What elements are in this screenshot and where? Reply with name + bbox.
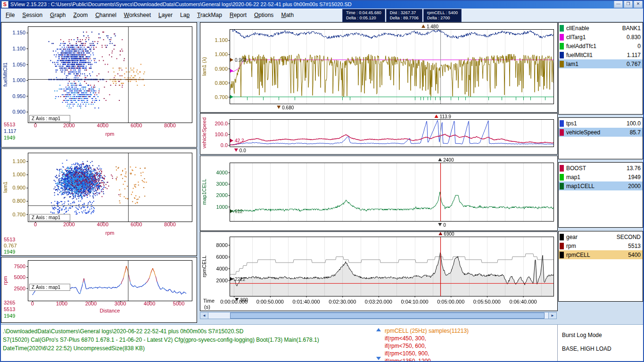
cursor-info-boxes: Time : 0:04:45.680Delta : 0:05.120Dist :… (342, 9, 462, 22)
scroll-down-icon[interactable] (376, 357, 381, 360)
channel-row-fuelMltCll1[interactable]: fuelMltCll11.117 (559, 50, 643, 59)
log-mode-info: Burst Log ModeBASE, HIGH LOAD (562, 329, 611, 356)
channel-row-gear[interactable]: gearSECOND (559, 232, 643, 241)
channel-name: fuelMltCll1 (566, 52, 627, 58)
scroll-left-button[interactable]: ◄ (200, 313, 208, 319)
channel-row-cllTarg1[interactable]: cllTarg10.830 (559, 33, 643, 41)
map-channel-panel: BOOST13.76map11949map1CELL2000 (558, 162, 643, 228)
log-mode-line-0: Burst Log Mode (562, 329, 611, 342)
channel-name: cllEnable (566, 25, 622, 32)
menu-item-graph[interactable]: Graph (46, 9, 69, 21)
channel-row-fuelAddTfc1[interactable]: fuelAddTfc10 (559, 41, 643, 50)
channel-value: 0.830 (627, 34, 641, 41)
map1cell-strip-chart[interactable] (200, 156, 556, 230)
formula-line-1: if(rpm<450, 300, (385, 335, 469, 342)
channel-row-lam1[interactable]: lam10.767 (559, 59, 643, 68)
maximize-button[interactable]: ❐ (624, 0, 633, 8)
log-info-bar: .\DownloadedData\Customers\General logs\… (0, 324, 644, 362)
channel-color-chip (560, 252, 564, 258)
channel-value: 0 (637, 43, 641, 49)
menu-item-layer[interactable]: Layer (155, 9, 176, 21)
channel-name: fuelAddTfc1 (566, 43, 637, 49)
channel-color-chip (560, 61, 564, 67)
channel-row-map1[interactable]: map11949 (559, 173, 643, 181)
formula-line-4: if(rpm<1350, 1200, (385, 357, 469, 362)
menu-item-options[interactable]: Options (250, 9, 277, 21)
channel-row-rpmCELL[interactable]: rpmCELL5400 (559, 250, 643, 259)
info-box-1: Dist : 3267.37Delta : 89.7706 (386, 9, 422, 22)
channel-row-tps1[interactable]: tps1100.0 (559, 119, 643, 128)
minimize-button[interactable]: — (614, 0, 623, 8)
channel-name: map1 (566, 174, 628, 181)
channel-name: rpmCELL (566, 252, 628, 258)
channel-color-chip (560, 165, 564, 172)
channel-value: 0.767 (627, 61, 641, 67)
channel-value: 85.7 (630, 129, 641, 136)
close-button[interactable]: ✕ (634, 0, 643, 8)
formula-line-2: if(rpm<750, 600, (385, 342, 469, 350)
window-title: SView 2.15.223 : C:\Users\Public\Documen… (10, 1, 352, 7)
scrollbar-track[interactable] (208, 313, 548, 319)
bottom-divider (557, 325, 558, 362)
channel-value: 2000 (628, 183, 641, 189)
channel-name: map1CELL (566, 183, 628, 189)
menu-item-channel[interactable]: Channel (91, 9, 120, 21)
rpmcell-strip-chart[interactable] (200, 232, 556, 310)
channel-name: rpm (566, 243, 628, 249)
lam-channel-panel: cllEnableBANK1cllTarg10.830fuelAddTfc10f… (558, 22, 643, 115)
menu-item-report[interactable]: Report (226, 9, 250, 21)
channel-color-chip (560, 183, 564, 189)
rpm-vs-distance-chart[interactable] (1, 257, 196, 321)
scroll-up-icon[interactable] (376, 328, 381, 331)
channel-row-map1CELL[interactable]: map1CELL2000 (559, 181, 643, 190)
channel-row-rpm[interactable]: rpm5513 (559, 241, 643, 250)
rpmcell-strip-panel (200, 231, 558, 311)
channel-value: 5400 (628, 252, 641, 258)
channel-name: tps1 (566, 120, 627, 127)
channel-formula-info: rpmCELL (25Hz) samples(11213)if(rpm<450,… (385, 327, 469, 362)
info-box-2: rpmCELL : 5400Delta : 2700 (423, 9, 462, 22)
menu-item-math[interactable]: Math (277, 9, 297, 21)
channel-value: 1.117 (627, 52, 641, 58)
menu-item-worksheet[interactable]: Worksheet (120, 9, 155, 21)
time-scrollbar[interactable]: ◄ ► (200, 312, 557, 319)
menu-item-lap[interactable]: Lap (176, 9, 193, 21)
channel-value: 1949 (628, 174, 641, 181)
fuelmlt-vs-rpm-chart[interactable] (1, 23, 196, 146)
vehiclespeed-strip-chart[interactable] (200, 114, 556, 153)
map1cell-strip-panel (200, 156, 558, 231)
channel-value: BANK1 (622, 25, 641, 32)
app-icon: S (1, 1, 8, 8)
vehiclespeed-strip-panel (200, 113, 558, 155)
menu-item-trackmap[interactable]: TrackMap (193, 9, 226, 21)
menu-item-zoom[interactable]: Zoom (69, 9, 91, 21)
title-bar[interactable]: S SView 2.15.223 : C:\Users\Public\Docum… (0, 0, 644, 8)
scrollbar-thumb[interactable] (230, 313, 545, 319)
channel-color-chip (560, 120, 564, 127)
channel-color-chip (560, 129, 564, 136)
speed-channel-panel: tps1100.0vehicleSpeed85.7 (558, 117, 643, 159)
channel-color-chip (560, 243, 564, 249)
channel-color-chip (560, 234, 564, 240)
rpm-vs-distance-panel (1, 257, 197, 323)
fuelmlt-vs-rpm-panel (1, 22, 197, 148)
lam1-vs-rpm-chart[interactable] (1, 149, 196, 255)
scroll-right-button[interactable]: ► (548, 313, 556, 319)
menu-item-session[interactable]: Session (18, 9, 46, 21)
channel-name: lam1 (566, 61, 627, 67)
channel-color-chip (560, 52, 564, 58)
channel-name: gear (566, 234, 617, 240)
log-info-line-0: .\DownloadedData\Customers\General logs\… (3, 327, 319, 336)
lam1-strip-panel (200, 22, 558, 113)
channel-row-BOOST[interactable]: BOOST13.76 (559, 164, 643, 173)
channel-name: BOOST (566, 165, 627, 172)
lam1-vs-rpm-panel (1, 148, 197, 256)
channel-value: 100.0 (627, 120, 641, 127)
channel-color-chip (560, 25, 564, 32)
channel-row-cllEnable[interactable]: cllEnableBANK1 (559, 24, 643, 33)
channel-row-vehicleSpeed[interactable]: vehicleSpeed85.7 (559, 128, 643, 137)
menu-item-file[interactable]: File (2, 9, 18, 21)
channel-name: vehicleSpeed (566, 129, 630, 136)
log-mode-line-1: BASE, HIGH LOAD (562, 342, 611, 356)
lam1-strip-chart[interactable] (200, 23, 556, 111)
